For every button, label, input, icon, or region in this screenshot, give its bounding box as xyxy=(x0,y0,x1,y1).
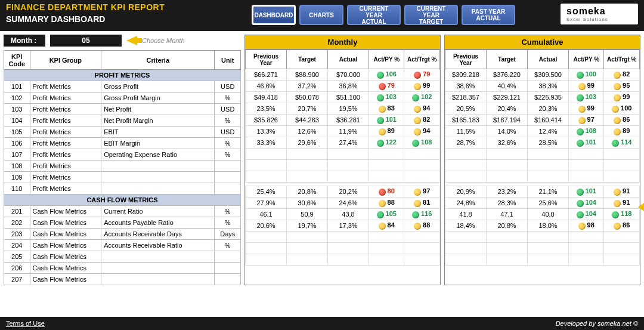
target: 50,9 xyxy=(287,209,328,220)
status-dot xyxy=(414,189,421,196)
status-dot xyxy=(412,94,419,101)
prev-year: 25,4% xyxy=(246,186,287,198)
table-row[interactable]: 102 Profit Metrics Gross Profit Margin % xyxy=(4,92,241,104)
table-row[interactable]: 108 Profit Metrics xyxy=(4,161,241,172)
act-py: 80 xyxy=(369,186,404,198)
table-row[interactable]: 206 Cash Flow Metrics xyxy=(4,263,241,274)
act-py: 83 xyxy=(369,103,404,115)
status-dot xyxy=(614,200,621,207)
actual: 11,9% xyxy=(328,126,369,137)
kpi-group: Cash Flow Metrics xyxy=(30,251,101,263)
status-dot xyxy=(614,189,621,196)
kpi-code: 205 xyxy=(4,251,30,263)
tab-charts[interactable]: CHARTS xyxy=(299,5,343,25)
kpi-group: Profit Metrics xyxy=(30,161,101,172)
logo: someka Excel Solutions xyxy=(561,4,638,24)
actual: 40,0 xyxy=(528,209,569,220)
tab-current-actual[interactable]: CURRENT YEAR ACTUAL xyxy=(347,5,401,25)
table-row[interactable]: 205 Cash Flow Metrics xyxy=(4,251,241,263)
prev-year: 20,9% xyxy=(445,186,487,198)
kpi-group: Profit Metrics xyxy=(30,127,101,138)
actual: 28,5% xyxy=(528,137,569,149)
kpi-criteria: EBIT Margin xyxy=(101,138,215,149)
prev-year: 13,3% xyxy=(246,126,287,137)
footer: Terms of Use Developed by someka.net © xyxy=(0,317,644,330)
table-row: $218.357 $229.121 $225.935 103 99 xyxy=(445,92,640,103)
monthly-panel: Monthly Previous Year Target Actual Act/… xyxy=(244,35,441,285)
status-dot xyxy=(612,140,619,147)
table-row[interactable]: 103 Profit Metrics Net Profit USD xyxy=(4,104,241,115)
tab-current-target[interactable]: CURRENT YEAR TARGET xyxy=(404,5,458,25)
prev-year: 33,3% xyxy=(246,137,287,149)
kpi-definitions: Month : 05 Choose Month KPI Code KPI Gro… xyxy=(4,35,241,285)
act-py: 99 xyxy=(569,103,604,115)
table-row[interactable]: 104 Profit Metrics Net Profit Margin % xyxy=(4,115,241,127)
status-dot xyxy=(577,128,584,135)
col-criteria: Criteria xyxy=(101,51,215,70)
table-row[interactable]: 202 Cash Flow Metrics Accounts Payable R… xyxy=(4,217,241,229)
act-py: 84 xyxy=(369,220,404,232)
act-trgt: 99 xyxy=(604,92,640,103)
table-row[interactable]: 201 Cash Flow Metrics Current Ratio % xyxy=(4,206,241,217)
kpi-criteria xyxy=(101,274,215,285)
kpi-group: Profit Metrics xyxy=(30,149,101,161)
kpi-code: 203 xyxy=(4,229,30,240)
table-row[interactable]: 203 Cash Flow Metrics Accounts Receivabl… xyxy=(4,229,241,240)
table-row[interactable]: 204 Cash Flow Metrics Accounts Receivabl… xyxy=(4,240,241,251)
nav-tabs: DASHBOARD CHARTS CURRENT YEAR ACTUAL CUR… xyxy=(252,5,515,25)
status-dot xyxy=(577,211,584,218)
table-row[interactable]: 101 Profit Metrics Gross Profit USD xyxy=(4,81,241,92)
target: 20,4% xyxy=(487,103,528,115)
kpi-unit xyxy=(215,183,241,195)
status-dot xyxy=(414,117,421,124)
kpi-criteria: Accounts Receivable Ratio xyxy=(101,240,215,251)
tab-dashboard[interactable]: DASHBOARD xyxy=(252,5,296,25)
status-dot xyxy=(379,106,386,113)
table-row[interactable]: 107 Profit Metrics Operating Expense Rat… xyxy=(4,149,241,161)
status-dot xyxy=(614,94,621,101)
status-dot xyxy=(577,200,584,207)
panel-title: Monthly xyxy=(245,35,440,50)
act-py: 108 xyxy=(569,126,604,137)
actual: 25,6% xyxy=(528,198,569,209)
terms-link[interactable]: Terms of Use xyxy=(6,320,45,327)
act-py: 79 xyxy=(369,81,404,92)
target: 20,8% xyxy=(487,220,528,232)
table-row[interactable]: 106 Profit Metrics EBIT Margin % xyxy=(4,138,241,149)
group-profit: PROFIT METRICS xyxy=(4,70,241,81)
kpi-criteria xyxy=(101,183,215,195)
month-selector[interactable]: 05 xyxy=(50,35,122,47)
act-py: 104 xyxy=(569,198,604,209)
act-trgt: 99 xyxy=(404,81,440,92)
table-row[interactable]: 110 Profit Metrics xyxy=(4,183,241,195)
act-py: 106 xyxy=(369,69,404,81)
actual: $36.281 xyxy=(328,115,369,126)
table-row[interactable]: 109 Profit Metrics xyxy=(4,172,241,183)
act-py: 101 xyxy=(369,115,404,126)
table-row: 28,7% 32,6% 28,5% 101 114 xyxy=(445,137,640,149)
act-trgt: 86 xyxy=(604,220,640,232)
prev-year: 46,1 xyxy=(246,209,287,220)
tab-past-actual[interactable]: PAST YEAR ACTUAL xyxy=(462,5,515,25)
target: 32,6% xyxy=(487,137,528,149)
prev-year: 18,4% xyxy=(445,220,487,232)
table-row[interactable]: 207 Cash Flow Metrics xyxy=(4,274,241,285)
status-dot xyxy=(414,106,421,113)
actual: 38,3% xyxy=(528,81,569,92)
act-trgt: 94 xyxy=(404,126,440,137)
table-row: 20,5% 20,4% 20,3% 99 100 xyxy=(445,103,640,115)
prev-year: $165.183 xyxy=(445,115,487,126)
status-dot xyxy=(578,83,586,90)
prev-year: $35.826 xyxy=(246,115,287,126)
act-py: 98 xyxy=(569,220,604,232)
status-dot xyxy=(377,72,384,79)
status-dot xyxy=(612,106,619,113)
table-row[interactable]: 105 Profit Metrics EBIT USD xyxy=(4,127,241,138)
prev-year: 11,5% xyxy=(445,126,487,137)
status-dot xyxy=(414,83,421,90)
kpi-unit: USD xyxy=(215,81,241,92)
actual: 21,1% xyxy=(528,186,569,198)
kpi-code: 202 xyxy=(4,217,30,229)
act-trgt: 91 xyxy=(604,198,640,209)
kpi-code: 106 xyxy=(4,138,30,149)
